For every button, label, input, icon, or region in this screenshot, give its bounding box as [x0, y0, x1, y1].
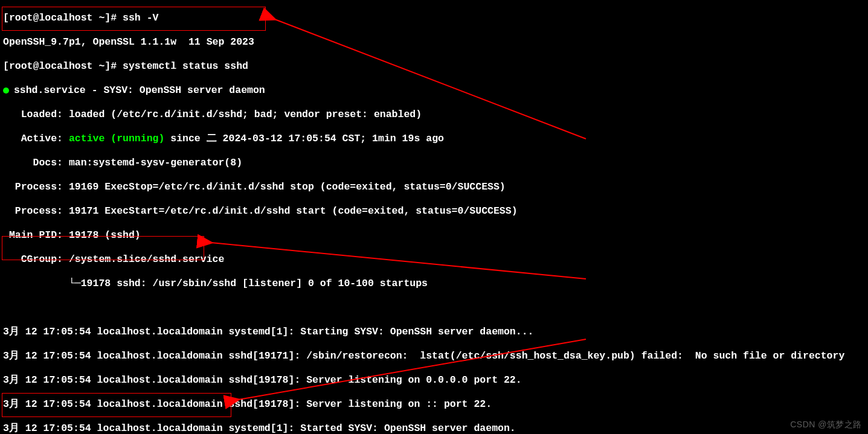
prompt-line-2[interactable]: [root@localhost ~]# systemctl status ssh… [3, 60, 865, 72]
terminal-output: [root@localhost ~]# ssh -V OpenSSH_9.7p1… [0, 0, 868, 434]
label-active: Active: [3, 133, 69, 144]
shell-prompt: [root@localhost ~]# [3, 60, 123, 72]
output-ssh-version: OpenSSH_9.7p1, OpenSSL 1.1.1w 11 Sep 202… [3, 36, 865, 48]
command-text: systemctl status sshd [123, 60, 248, 72]
sshd-mainpid: Main PID: 19178 (sshd) [3, 229, 865, 241]
blank [3, 302, 865, 314]
sshd-loaded: Loaded: loaded (/etc/rc.d/init.d/sshd; b… [3, 109, 865, 121]
status-since: since 二 2024-03-12 17:05:54 CST; 1min 19… [164, 133, 444, 144]
sshd-tree: └─19178 sshd: /usr/sbin/sshd [listener] … [3, 278, 865, 290]
sshd-proc-stop: Process: 19169 ExecStop=/etc/rc.d/init.d… [3, 181, 865, 193]
unit-name: sshd.service - SYSV: OpenSSH server daem… [14, 85, 265, 96]
shell-prompt: [root@localhost ~]# [3, 12, 123, 24]
sshd-active: Active: active (running) since 二 2024-03… [3, 133, 865, 145]
sshd-log: 3月 12 17:05:54 localhost.localdomain ssh… [3, 350, 865, 362]
sshd-unit: sshd.service - SYSV: OpenSSH server daem… [3, 85, 865, 97]
sshd-cgroup: CGroup: /system.slice/sshd.service [3, 254, 865, 266]
sshd-log: 3月 12 17:05:54 localhost.localdomain ssh… [3, 374, 865, 386]
sshd-log: 3月 12 17:05:54 localhost.localdomain sys… [3, 326, 865, 338]
sshd-log: 3月 12 17:05:54 localhost.localdomain ssh… [3, 398, 865, 410]
sshd-docs: Docs: man:systemd-sysv-generator(8) [3, 157, 865, 169]
command-text: ssh -V [123, 12, 158, 24]
sshd-log: 3月 12 17:05:54 localhost.localdomain sys… [3, 423, 865, 434]
status-active: active (running) [69, 133, 164, 144]
sshd-proc-start: Process: 19171 ExecStart=/etc/rc.d/init.… [3, 205, 865, 217]
prompt-line-1[interactable]: [root@localhost ~]# ssh -V [3, 12, 865, 24]
watermark: CSDN @筑梦之路 [790, 418, 862, 430]
status-dot-icon [3, 88, 9, 94]
